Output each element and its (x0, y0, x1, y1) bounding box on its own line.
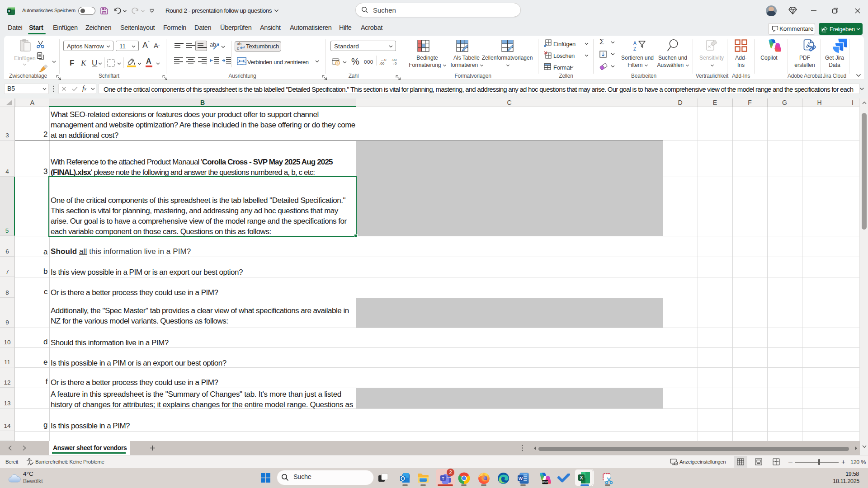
svg-text:W: W (519, 476, 523, 481)
svg-text:T: T (442, 476, 444, 481)
svg-text:M365: M365 (542, 481, 548, 483)
svg-text:A: A (633, 41, 637, 46)
svg-text:Z: Z (633, 47, 636, 52)
svg-text:X: X (580, 475, 583, 480)
svg-text:.00: .00 (379, 61, 385, 65)
svg-text:x: x (8, 9, 10, 13)
svg-text:→0: →0 (391, 61, 397, 65)
